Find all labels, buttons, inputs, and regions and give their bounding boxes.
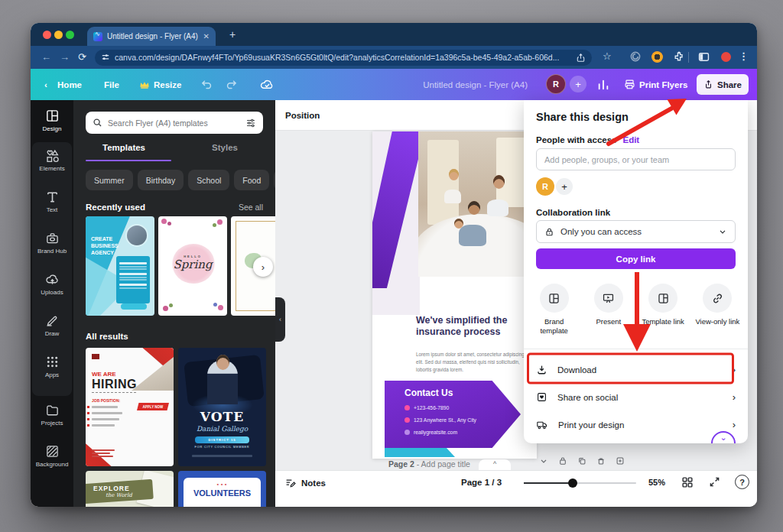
minimize-window-button[interactable] bbox=[54, 31, 63, 39]
sidebar-item-background[interactable]: Background bbox=[31, 444, 73, 468]
projects-icon bbox=[45, 403, 60, 417]
site-settings-icon[interactable] bbox=[101, 53, 110, 62]
carousel-next-icon[interactable]: › bbox=[253, 257, 273, 277]
url-bar[interactable]: canva.com/design/DAFnwyf4FTo/Yp69usuaKR3… bbox=[95, 50, 592, 66]
popup-user-avatar[interactable]: R bbox=[536, 177, 554, 196]
sidebar-item-apps[interactable]: Apps bbox=[31, 355, 73, 378]
forward-icon[interactable]: → bbox=[60, 51, 70, 63]
decor-line bbox=[92, 412, 122, 414]
edit-link[interactable]: Edit bbox=[622, 135, 639, 144]
extension-icon-grey[interactable] bbox=[629, 50, 642, 63]
tab-close-icon[interactable]: ✕ bbox=[203, 32, 210, 41]
delete-page-icon[interactable] bbox=[596, 456, 606, 466]
lock-page-icon[interactable] bbox=[558, 456, 567, 466]
sidebar-item-brand-hub[interactable]: Brand Hub bbox=[31, 231, 73, 255]
panel-collapse-handle[interactable]: ‹ bbox=[275, 297, 285, 342]
zoom-level[interactable]: 55% bbox=[648, 478, 665, 487]
sidebar-item-projects[interactable]: Projects bbox=[31, 403, 73, 427]
page-indicator[interactable]: Page 1 / 3 bbox=[461, 478, 502, 487]
design-page-1[interactable]: We've simplified the insurance process L… bbox=[372, 131, 537, 459]
zoom-slider-knob[interactable] bbox=[568, 478, 577, 488]
record-extension-icon[interactable] bbox=[721, 52, 731, 62]
brand-template-action[interactable]: Brand template bbox=[527, 284, 581, 336]
flyer-body-text[interactable]: Lorem ipsum dolor sit amet, consectetur … bbox=[416, 351, 531, 373]
url-text: canva.com/design/DAFnwyf4FTo/Yp69usuaKR3… bbox=[115, 53, 571, 62]
template-thumb-spring[interactable]: HELLO Spring bbox=[158, 216, 227, 316]
menu-item-download[interactable]: Download › bbox=[524, 357, 748, 382]
tab-styles[interactable]: Styles bbox=[174, 143, 275, 163]
view-only-link-action[interactable]: View-only link bbox=[690, 284, 745, 336]
fullscreen-icon[interactable] bbox=[708, 475, 721, 488]
redo-icon[interactable] bbox=[225, 69, 238, 100]
extension-icon-color[interactable] bbox=[651, 51, 663, 63]
add-person-icon[interactable]: + bbox=[556, 178, 573, 195]
collapse-page-icon[interactable] bbox=[539, 456, 548, 466]
sidebar-item-design[interactable]: Design bbox=[31, 109, 73, 132]
pages-expand-tab[interactable]: ^ bbox=[479, 459, 511, 470]
back-icon[interactable]: ← bbox=[41, 51, 51, 63]
access-select[interactable]: Only you can access bbox=[536, 220, 736, 243]
menu-item-print-your-design[interactable]: Print your design › bbox=[524, 412, 748, 437]
template-thumb-vote[interactable]: VOTE Danial Gallego DISTRICT 15 FOR CITY… bbox=[178, 348, 266, 466]
add-member-icon[interactable]: + bbox=[570, 76, 586, 92]
sidebar-item-text[interactable]: Text bbox=[31, 190, 73, 213]
chip-school[interactable]: School bbox=[188, 170, 229, 190]
template-thumb-hiring[interactable]: WE ARE HIRING JOB POSITION: APPLY NOW bbox=[86, 348, 174, 466]
template-thumb-volunteers[interactable]: ■ ■ ■ VOLUNTEERS bbox=[178, 471, 266, 507]
help-button[interactable]: ? bbox=[735, 475, 749, 489]
thumb-sub: JOB POSITION: bbox=[92, 398, 120, 403]
menu-item-share-on-social[interactable]: Share on social › bbox=[524, 384, 748, 410]
sidebar-panel-icon[interactable] bbox=[697, 50, 710, 63]
close-window-button[interactable] bbox=[43, 31, 51, 39]
sidebar-item-elements[interactable]: Elements bbox=[31, 148, 73, 172]
doc-title[interactable]: Untitled design - Flyer (A4) bbox=[413, 69, 528, 100]
add-page-icon[interactable] bbox=[616, 456, 625, 466]
see-all-link[interactable]: See all bbox=[239, 203, 263, 212]
share-page-icon[interactable] bbox=[576, 53, 586, 63]
add-people-input[interactable] bbox=[536, 148, 736, 170]
chip-food[interactable]: Food bbox=[234, 170, 269, 190]
flyer-headline[interactable]: We've simplified the insurance process bbox=[416, 315, 532, 338]
home-button[interactable]: ‹ Home bbox=[44, 69, 82, 100]
file-menu[interactable]: File bbox=[104, 69, 119, 100]
chip-birthday[interactable]: Birthday bbox=[138, 170, 184, 190]
notes-button[interactable]: Notes bbox=[284, 477, 326, 488]
print-flyers-button[interactable]: Print Flyers bbox=[624, 69, 687, 100]
position-button[interactable]: Position bbox=[285, 111, 320, 120]
bookmark-star-icon[interactable]: ☆ bbox=[603, 50, 612, 62]
sidebar-item-draw[interactable]: Draw bbox=[31, 313, 73, 337]
template-link-action[interactable]: Template link bbox=[636, 284, 690, 336]
browser-menu-icon[interactable]: ⋮ bbox=[739, 50, 749, 62]
present-action[interactable]: Present bbox=[581, 284, 635, 336]
page2-title[interactable]: Page 2 - Add page title bbox=[388, 459, 470, 469]
contact-banner[interactable]: Contact Us +123-456-7890 123 Anywhere St… bbox=[385, 381, 521, 448]
browser-tab[interactable]: Untitled design - Flyer (A4) ✕ bbox=[87, 27, 216, 46]
user-avatar[interactable]: R bbox=[546, 74, 566, 94]
template-thumb-business[interactable]: CREATEBUSINESSAGENCY bbox=[86, 216, 154, 316]
notes-icon bbox=[284, 477, 296, 488]
maximize-window-button[interactable] bbox=[66, 31, 74, 39]
search-input[interactable] bbox=[108, 118, 240, 128]
copy-link-button[interactable]: Copy link bbox=[536, 248, 736, 269]
resize-button[interactable]: Resize bbox=[139, 69, 181, 100]
template-thumb-explore[interactable]: EXPLORE the World bbox=[86, 471, 174, 507]
popup-divider bbox=[524, 349, 748, 349]
template-search[interactable] bbox=[86, 112, 263, 134]
zoom-slider[interactable] bbox=[524, 482, 636, 484]
extensions-puzzle-icon[interactable] bbox=[673, 50, 685, 63]
insights-icon[interactable] bbox=[596, 69, 610, 100]
sidebar-item-uploads[interactable]: Uploads bbox=[31, 272, 73, 296]
chip-summer[interactable]: Summer bbox=[86, 170, 133, 190]
left-rail: Design Elements Text Brand Hub Uploads D… bbox=[31, 100, 73, 507]
grid-view-icon[interactable] bbox=[681, 475, 694, 489]
filter-sliders-icon[interactable] bbox=[245, 118, 256, 128]
duplicate-page-icon[interactable] bbox=[577, 456, 586, 466]
family-photo[interactable] bbox=[418, 131, 537, 277]
new-tab-button[interactable]: + bbox=[226, 28, 239, 41]
decor-logo bbox=[92, 354, 99, 359]
refresh-icon[interactable]: ⟳ bbox=[78, 51, 86, 63]
undo-icon[interactable] bbox=[200, 69, 213, 100]
share-button[interactable]: Share bbox=[697, 74, 749, 95]
recently-used-title: Recently used bbox=[86, 203, 145, 212]
canva-topbar: ‹ Home File Resize Untitled design - Fly… bbox=[31, 69, 757, 100]
